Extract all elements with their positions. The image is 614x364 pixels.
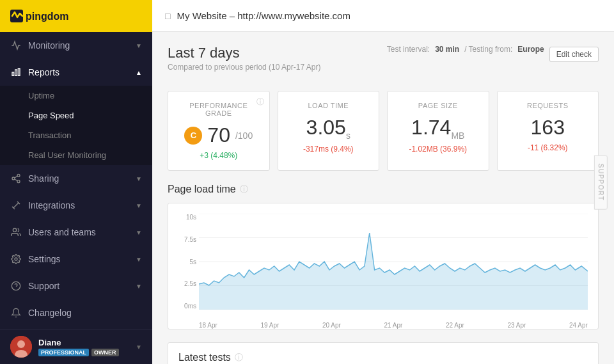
sidebar-item-integrations[interactable]: Integrations ▼ xyxy=(0,192,152,219)
interval-row: Test interval: 30 min / Testing from: Eu… xyxy=(387,45,599,64)
reports-subnav: Uptime Page Speed Transaction Real User … xyxy=(0,86,152,165)
perf-grade-change: +3 (4.48%) xyxy=(178,151,259,160)
requests-change: -11 (6.32%) xyxy=(508,143,588,152)
perf-grade-info-icon[interactable]: ⓘ xyxy=(256,97,264,107)
bar-chart-icon xyxy=(10,67,22,78)
plug-icon xyxy=(10,200,22,211)
svg-point-6 xyxy=(12,177,15,180)
svg-point-10 xyxy=(13,228,16,232)
load-time-value: 3.05s xyxy=(288,116,369,141)
sidebar-item-settings[interactable]: Settings ▼ xyxy=(0,246,152,273)
gear-icon xyxy=(10,253,22,265)
x-label-20apr: 20 Apr xyxy=(322,322,341,329)
period-header: Last 7 days Compared to previous period … xyxy=(168,45,320,72)
user-badges: PROFESSIONAL OWNER xyxy=(38,349,129,356)
svg-line-9 xyxy=(15,176,18,178)
stat-card-requests: Requests 163 -11 (6.32%) xyxy=(497,91,599,171)
sidebar-navigation: Monitoring ▼ Reports ▲ Uptime Page Speed… xyxy=(0,32,152,329)
pingdom-logo: pingdom xyxy=(10,7,81,25)
sharing-label: Sharing xyxy=(28,173,59,184)
sidebar-logo: pingdom xyxy=(0,0,152,32)
y-label-2-5s: 2.5s xyxy=(178,280,196,287)
requests-header: Requests xyxy=(508,102,588,109)
x-label-22apr: 22 Apr xyxy=(446,322,464,329)
perf-grade-value: C 70/100 xyxy=(178,123,259,147)
subnav-uptime[interactable]: Uptime xyxy=(0,86,152,106)
period-title: Last 7 days xyxy=(168,45,320,61)
x-label-21apr: 21 Apr xyxy=(384,322,403,329)
page-content: Last 7 days Compared to previous period … xyxy=(152,32,614,364)
latest-tests-info-icon[interactable]: ⓘ xyxy=(235,352,243,363)
user-menu-chevron: ▼ xyxy=(136,344,142,351)
svg-point-7 xyxy=(17,180,20,183)
page-size-value: 1.74MB xyxy=(398,116,478,141)
support-tab[interactable]: SUPPORT xyxy=(594,155,608,209)
edit-check-button[interactable]: Edit check xyxy=(549,47,599,62)
monitoring-label: Monitoring xyxy=(28,40,70,51)
sidebar-item-changelog[interactable]: Changelog xyxy=(0,299,152,326)
support-label: Support xyxy=(28,281,59,291)
changelog-label: Changelog xyxy=(28,308,72,318)
chart-section-title: Page load time ⓘ xyxy=(168,184,599,195)
stat-cards: Performance grade C 70/100 +3 (4.48%) ⓘ … xyxy=(168,91,599,171)
users-teams-label: Users and teams xyxy=(28,227,96,237)
subnav-page-speed[interactable]: Page Speed xyxy=(0,106,152,125)
sidebar-item-reports[interactable]: Reports ▲ xyxy=(0,59,152,86)
user-name: Diane xyxy=(38,338,129,347)
chart-container: 10s 7.5s 5s 2.5s 0ms xyxy=(168,203,599,329)
test-interval-text: Test interval: 30 min / Testing from: Eu… xyxy=(387,45,544,54)
test-interval-value: 30 min xyxy=(435,45,459,54)
sharing-chevron: ▼ xyxy=(136,175,142,182)
sidebar: pingdom Monitoring ▼ Reports ▲ xyxy=(0,0,152,364)
chart-svg-wrapper xyxy=(199,214,588,310)
badge-owner: OWNER xyxy=(91,349,119,356)
stat-card-performance-grade: Performance grade C 70/100 +3 (4.48%) ⓘ xyxy=(168,91,270,171)
x-label-24apr: 24 Apr xyxy=(569,322,588,329)
sidebar-item-users-teams[interactable]: Users and teams ▼ xyxy=(0,219,152,246)
main-content: □ My Website – http://www.mywebsite.com … xyxy=(152,0,614,364)
topbar: □ My Website – http://www.mywebsite.com xyxy=(152,0,614,32)
testing-from-label: / Testing from: xyxy=(464,45,512,54)
share-icon xyxy=(10,173,22,184)
requests-value: 163 xyxy=(508,116,588,139)
x-label-23apr: 23 Apr xyxy=(508,322,526,329)
latest-tests-section: Latest tests ⓘ DATE & TIME LOAD TIME PAG… xyxy=(168,342,599,364)
question-icon xyxy=(10,280,22,292)
settings-label: Settings xyxy=(28,254,61,264)
settings-chevron: ▼ xyxy=(136,256,142,263)
sidebar-item-support[interactable]: Support ▼ xyxy=(0,273,152,299)
svg-rect-2 xyxy=(12,72,14,75)
load-time-header: Load time xyxy=(288,102,369,109)
svg-text:pingdom: pingdom xyxy=(26,11,69,22)
chart-info-icon[interactable]: ⓘ xyxy=(240,184,248,195)
subnav-transaction[interactable]: Transaction xyxy=(0,125,152,145)
grade-number: 70 xyxy=(207,123,230,147)
badge-professional: PROFESSIONAL xyxy=(38,349,89,356)
svg-rect-4 xyxy=(18,68,20,75)
support-chevron: ▼ xyxy=(136,283,142,290)
sidebar-item-monitoring[interactable]: Monitoring ▼ xyxy=(0,32,152,59)
sidebar-user[interactable]: Diane PROFESSIONAL OWNER ▼ xyxy=(0,329,152,364)
load-time-change: -317ms (9.4%) xyxy=(288,145,369,154)
user-avatar xyxy=(10,336,32,358)
integrations-chevron: ▼ xyxy=(136,202,142,209)
period-subtitle: Compared to previous period (10 Apr-17 A… xyxy=(168,63,320,72)
site-title: My Website – http://www.mywebsite.com xyxy=(177,10,350,21)
bell-icon xyxy=(10,307,22,319)
chart-x-labels: 18 Apr 19 Apr 20 Apr 21 Apr 22 Apr 23 Ap… xyxy=(199,311,588,329)
users-teams-chevron: ▼ xyxy=(136,229,142,236)
integrations-label: Integrations xyxy=(28,200,75,210)
x-label-18apr: 18 Apr xyxy=(199,322,217,329)
activity-icon xyxy=(10,40,22,51)
svg-line-8 xyxy=(15,179,18,181)
expand-icon[interactable]: □ xyxy=(165,11,170,21)
sidebar-item-sharing[interactable]: Sharing ▼ xyxy=(0,165,152,192)
subnav-real-user-monitoring[interactable]: Real User Monitoring xyxy=(0,145,152,165)
grade-circle: C xyxy=(184,127,202,145)
svg-point-15 xyxy=(17,340,25,348)
latest-tests-header: Latest tests ⓘ xyxy=(168,343,598,364)
load-time-unit: s xyxy=(346,131,350,141)
svg-point-11 xyxy=(15,258,17,260)
testing-from-value: Europe xyxy=(517,45,544,54)
page-size-header: Page size xyxy=(398,102,478,109)
